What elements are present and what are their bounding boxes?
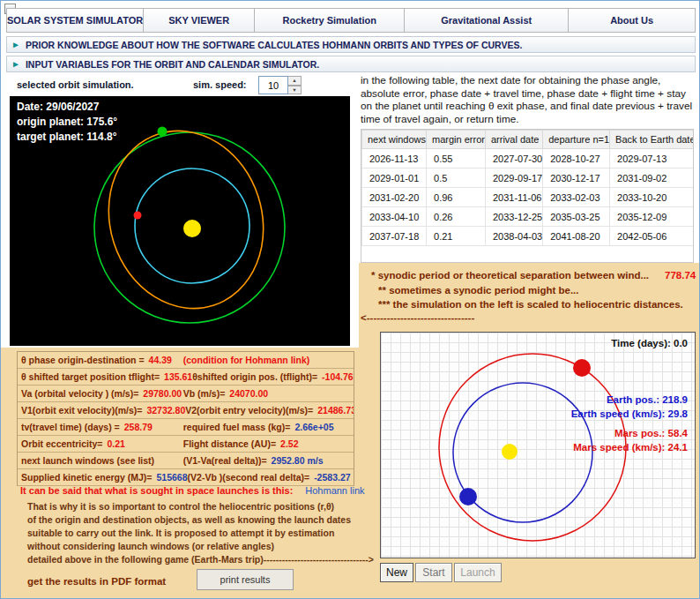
windows-table: next windowsmargin errorarrival datedepa… [361,130,694,246]
table-cell[interactable]: 2029-01-01 [362,168,427,188]
table-cell[interactable]: 2041-08-20 [543,227,610,246]
selected-orbit-label: selected orbit simulation. [17,79,134,90]
table-cell[interactable]: 2026-11-13 [362,149,427,168]
sim-speed-input[interactable] [258,76,288,94]
result-label: Va (orbital velocity ) (m/s)= [21,388,138,399]
results-group: V1(orbit exit velocity)(m/s)=32732.80 [21,405,185,416]
tab-about-us[interactable]: About Us [569,8,696,33]
spin-up-icon[interactable]: ▲ [288,76,302,86]
table-header: margin error [427,131,486,149]
table-cell[interactable]: 2031-11-06 [485,188,542,207]
table-cell[interactable]: 2037-07-18 [362,227,427,246]
result-value: 2952.80 m/s [272,455,324,466]
game-new-button[interactable]: New [380,563,413,582]
table-cell[interactable]: 0.26 [427,207,486,227]
table-cell[interactable]: 2033-04-10 [362,207,427,227]
results-group: θ phase origin-destination =44.39 [21,355,183,365]
table-cell[interactable]: 0.55 [427,149,486,168]
results-group: Va (orbital velocity ) (m/s)=29780.00 [21,388,183,399]
result-label: θshifted origin pos. (tflight)= [192,371,317,382]
results-group: tv(travel time) (days) =258.79 [21,422,183,432]
note-arrow-line: <-------------------------------- [361,312,474,323]
game-time: Time (days): 0.0 [611,338,688,348]
results-group: (V2-Vb )(second real delta)=-2583.27 [188,472,351,483]
table-cell[interactable]: 2038-04-03 [485,227,542,246]
table-cell[interactable]: 0.96 [427,188,486,207]
section-arrow-icon: ► [11,41,20,49]
sun-icon [183,220,201,237]
spin-down-icon[interactable]: ▼ [288,86,302,95]
table-header: Back to Earth date [610,131,694,149]
note-line2: ** sometimes a synodic period might be..… [378,285,579,296]
table-row[interactable]: 2037-07-180.212038-04-032041-08-202042-0… [362,227,695,246]
tab-solar-system-simulator[interactable]: SOLAR SYSTEM SIMULATOR [6,8,144,33]
results-row: θ phase origin-destination =44.39(condit… [18,352,354,369]
table-row[interactable]: 2029-01-010.52029-09-172030-12-172031-09… [362,168,695,188]
table-cell[interactable]: 2033-12-25 [485,207,542,227]
section-prior-knowledge[interactable]: ► PRIOR KNOWLEDGE ABOUT HOW THE SOFTWARE… [6,36,696,53]
table-cell[interactable]: 2033-02-03 [543,188,610,207]
game-plot: Time (days): 0.0 Earth pos.: 218.9 Earth… [380,332,696,558]
result-label: (V2-Vb )(second real delta)= [188,472,310,483]
results-group: required fuel mass (kg)=2.66e+05 [183,422,334,432]
table-cell[interactable]: 0.5 [427,168,486,188]
tab-sky-viewer[interactable]: SKY VIEWER [144,8,255,33]
table-cell[interactable]: 2042-05-06 [610,227,694,246]
game-earth-icon [459,488,477,505]
table-cell[interactable]: 2027-07-30 [485,149,542,168]
sim-speed-label: sim. speed: [193,79,247,90]
table-cell[interactable]: 2031-09-02 [610,168,694,188]
result-label: tv(travel time) (days) = [21,422,120,432]
table-cell[interactable]: 2028-10-27 [543,149,610,168]
synodic-note: * synodic period or theoretical separati… [371,270,696,281]
result-value: 258.79 [124,422,153,432]
results-panel: θ phase origin-destination =44.39(condit… [17,351,354,486]
origin-planet-icon [134,212,142,220]
result-value: 0.21 [108,438,125,449]
table-cell[interactable]: 0.21 [427,227,486,246]
table-cell[interactable]: 2035-03-25 [543,207,610,227]
game-earth-pos: Earth pos.: 218.9 [607,394,688,405]
result-value: 44.39 [149,355,172,365]
table-header: arrival date [485,131,542,149]
orbit-sim-canvas: Date: 29/06/2027 origin planet: 175.6° t… [10,96,350,346]
table-cell[interactable]: 2035-12-09 [610,207,694,227]
table-cell[interactable]: 2031-02-20 [362,188,427,207]
result-value: 29780.00 [143,388,182,399]
table-cell[interactable]: 2029-07-13 [610,149,694,168]
table-row[interactable]: 2033-04-100.262033-12-252035-03-252035-1… [362,207,695,227]
table-cell[interactable]: 2033-10-20 [610,188,694,207]
results-group: Vb (m/s)=24070.00 [183,388,268,399]
results-group: (V1-Va(real delta))=2952.80 m/s [183,455,324,466]
results-group: Orbit eccentricity=0.21 [21,438,183,449]
game-launch-button[interactable]: Launch [454,563,502,582]
result-label: Supplied kinetic energy (MJ)= [21,472,153,483]
game-mars-icon [573,359,591,377]
result-label: Vb (m/s)= [183,388,226,399]
result-label: θ phase origin-destination = [21,355,145,365]
result-label: (V1-Va(real delta))= [183,455,267,466]
table-cell[interactable]: 2029-09-17 [485,168,542,188]
target-planet-icon [158,127,168,137]
game-start-button[interactable]: Start [415,563,452,582]
results-group: Flight distance (AU)=2.52 [183,438,299,449]
results-row: Supplied kinetic energy (MJ)=515668(V2-V… [18,469,354,486]
tab-rocketry-simulation[interactable]: Rocketry Simulation [255,8,405,33]
table-header: next windows [362,131,427,149]
table-row[interactable]: 2031-02-200.962031-11-062033-02-032033-1… [362,188,695,207]
table-row[interactable]: 2026-11-130.552027-07-302028-10-272029-0… [362,149,695,168]
results-row: V1(orbit exit velocity)(m/s)=32732.80V2(… [18,402,354,419]
windows-table-body: 2026-11-130.552027-07-302028-10-272029-0… [362,149,695,246]
result-label: Orbit eccentricity= [21,438,103,449]
print-results-button[interactable]: print results [197,569,294,590]
note-line3: *** the simulation on the left is scaled… [378,299,683,310]
results-row: θ shifted target position tflight=135.61… [18,369,354,386]
pdf-label: get the results in PDF format [27,576,166,587]
results-group: θshifted origin pos. (tflight)=-104.76 [192,371,354,382]
sim-date: Date: 29/06/2027 [17,101,99,113]
hohmann-link[interactable]: Hohmann link [305,485,364,496]
results-row: next launch windows (see list)(V1-Va(rea… [18,453,354,469]
tab-gravitational-assist[interactable]: Gravitational Assist [405,8,569,33]
table-cell[interactable]: 2030-12-17 [543,168,610,188]
section-input-variables[interactable]: ► INPUT VARIABLES FOR THE ORBIT AND CALE… [6,56,696,72]
